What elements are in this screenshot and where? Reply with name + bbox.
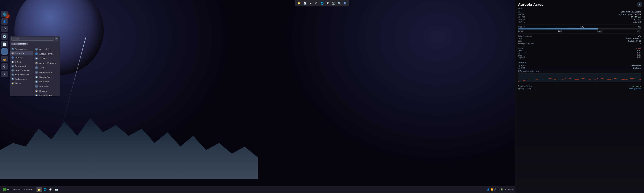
root-fs-row: Root FS 1.20 GHz bbox=[518, 21, 641, 23]
graphics-icon: 🎨 bbox=[12, 52, 14, 54]
swap-percent: 13% bbox=[638, 30, 641, 32]
sidebar-folder-icon[interactable] bbox=[1, 48, 8, 55]
category-administration-label: Administration bbox=[15, 74, 30, 76]
taskbar-app-2[interactable]: 🌐 bbox=[42, 187, 48, 192]
load-value: 0,36,0,30,0,15 bbox=[628, 40, 641, 42]
dock-settings-icon[interactable]: ⚙ bbox=[314, 1, 319, 6]
start-button[interactable]: 🌿 Linux Mint 18.1 Cinnamon bbox=[2, 188, 34, 192]
dock-s-icon[interactable]: Ⓢ bbox=[342, 1, 348, 6]
app-accessibility-label: Accessibility bbox=[39, 48, 52, 50]
dock-folder-icon[interactable]: 📁 bbox=[296, 1, 302, 6]
category-graphics[interactable]: 🎨 Graphics bbox=[10, 51, 33, 55]
sidebar-shield-icon[interactable]: 🛡 bbox=[1, 26, 8, 32]
sidebar-lock-icon[interactable]: 🔒 bbox=[1, 56, 8, 62]
category-preferences[interactable]: 🔩 Preferences bbox=[10, 77, 33, 81]
category-sound-video[interactable]: 🔊 Sound & Video bbox=[10, 68, 33, 73]
memory-row: Memory 3496 MSI bbox=[518, 26, 641, 28]
divider-1 bbox=[518, 24, 641, 24]
taskbar-app-4[interactable]: 📧 bbox=[54, 187, 59, 192]
app-bluetooth[interactable]: 📡 Bluetooth bbox=[33, 79, 60, 84]
dock-refresh-icon[interactable]: 🔄 bbox=[302, 1, 307, 6]
accessories-icon: 🔧 bbox=[12, 48, 14, 50]
category-office-label: Office bbox=[15, 61, 21, 63]
search-button[interactable]: 🔍 bbox=[55, 37, 58, 40]
cpu-model-value: Intel(i) Core(TM) i bbox=[626, 37, 641, 39]
app-menu-apps-list: ♿ Accessibility 👤 Account details 🔲 Appl… bbox=[33, 46, 60, 96]
category-graphics-label: Graphics bbox=[15, 52, 24, 54]
dropbox-label: Dropbox Status : bbox=[518, 85, 533, 87]
app-accessibility[interactable]: ♿ Accessibility bbox=[33, 47, 60, 51]
taskbar-apps: 📁 🌐 💬 📧 bbox=[36, 187, 60, 192]
panel-settings-button[interactable]: ⚙ bbox=[637, 2, 642, 7]
category-preferences-label: Preferences bbox=[15, 78, 27, 80]
ethernet-down-label: Up 0.01 bbox=[518, 67, 525, 69]
backup-tool-app-icon: 💾 bbox=[35, 76, 38, 78]
load-label: Load bbox=[518, 40, 522, 42]
divider-5 bbox=[518, 84, 641, 84]
taskbar-right: 👤 📶 🔊 🛡 🔋 🖥 16:59 bbox=[485, 188, 515, 191]
total-processes-label: Total Processes bbox=[518, 35, 532, 37]
memory-label: Memory bbox=[518, 26, 526, 28]
dock-globe-icon[interactable]: 🌐 bbox=[320, 1, 324, 6]
category-internet[interactable]: 🌐 Internet bbox=[10, 55, 33, 60]
app-brackets[interactable]: { } Brackets bbox=[33, 84, 60, 89]
category-programming-label: Programming bbox=[15, 65, 28, 67]
cpu-temp-row: CPU Temp +33.9°C bbox=[518, 18, 641, 20]
taskbar-icon-users: 👤 bbox=[487, 188, 490, 191]
app-backgrounds[interactable]: 🖼 Backgrounds bbox=[33, 70, 60, 75]
os-label: OS bbox=[518, 11, 520, 13]
tab-all-applications[interactable]: All Applications bbox=[11, 42, 28, 45]
app-menu-body: 🔧 Accessories 🎨 Graphics 🌐 Internet 📋 Of… bbox=[10, 46, 60, 96]
sidebar-document-icon[interactable]: 📄 bbox=[1, 41, 8, 47]
dropbox-row: Dropbox Status : Up to date bbox=[518, 85, 641, 87]
app-bulk-rename[interactable]: 📝 Bulk Rename bbox=[33, 93, 60, 96]
process-row-4: Nvidist 0.1 0.0% bbox=[518, 56, 641, 58]
app-archive-manager[interactable]: 📦 Archive Manager bbox=[33, 61, 60, 65]
app-menu-tabs: All Applications bbox=[10, 42, 60, 46]
brackets-app-icon: { } bbox=[35, 85, 38, 88]
ethernet-up-label: Up 3,794 bbox=[518, 65, 526, 67]
cpu-temp-value: +33.9°C bbox=[634, 18, 641, 20]
app-account-details[interactable]: 👤 Account details bbox=[33, 51, 60, 56]
taskbar-icon-sound: 🔊 bbox=[494, 188, 496, 191]
dock-search-icon[interactable]: 🔍 bbox=[337, 1, 342, 6]
sidebar-clock-icon[interactable]: ⏱ bbox=[1, 63, 8, 70]
total-processes-row: Total Processes 241 bbox=[518, 35, 641, 37]
category-programming[interactable]: 💻 Programming bbox=[10, 64, 33, 68]
app-backup-tool[interactable]: 💾 Backup Tool bbox=[33, 75, 60, 79]
sound-video-icon: 🔊 bbox=[12, 69, 14, 72]
sidebar-person-icon[interactable]: 👤 bbox=[1, 18, 8, 25]
taskbar-app-files[interactable]: 📁 bbox=[36, 187, 42, 192]
category-administration[interactable]: ⚙ Administration bbox=[10, 73, 33, 77]
brasero-app-icon: 🔥 bbox=[35, 90, 38, 92]
administration-icon: ⚙ bbox=[12, 73, 14, 76]
sidebar-disc-icon[interactable]: 💿 bbox=[1, 33, 8, 40]
app-archive-manager-label: Archive Manager bbox=[39, 62, 56, 64]
app-brasero-label: Brasero bbox=[39, 90, 47, 92]
category-accessories-label: Accessories bbox=[15, 48, 26, 50]
account-details-app-icon: 👤 bbox=[35, 52, 38, 55]
taskbar-app-3[interactable]: 💬 bbox=[48, 187, 53, 192]
taskbar-clock: 16:59 bbox=[508, 188, 514, 191]
system-panel: ⚙ Aureola Acros v1.1 OS Linux Mint 18.1 … bbox=[515, 0, 644, 193]
app-applets[interactable]: 🔲 Applets bbox=[33, 56, 60, 61]
search-input[interactable] bbox=[12, 37, 54, 40]
sidebar-globe-icon[interactable]: 🌐 bbox=[1, 11, 8, 17]
category-office[interactable]: 📋 Office bbox=[10, 60, 33, 64]
ethernet-section-title: Ethernet bbox=[518, 61, 641, 64]
os-row: OS Linux Mint 18.1 Serena bbox=[518, 11, 641, 13]
app-atom[interactable]: ⚛ Atom bbox=[33, 65, 60, 70]
dock-heart-icon[interactable]: ♥ bbox=[325, 1, 330, 6]
space-scene-right bbox=[258, 0, 515, 186]
dock-forward-icon[interactable]: ➡ bbox=[308, 1, 313, 6]
app-brasero[interactable]: 🔥 Brasero bbox=[33, 89, 60, 93]
kernel-label: Kernel bbox=[518, 13, 524, 15]
panel-title: Aureola Acros bbox=[518, 3, 641, 6]
sidebar-info-icon[interactable]: ℹ bbox=[1, 71, 8, 77]
category-places[interactable]: 📁 Places bbox=[10, 81, 33, 85]
dock-camera-icon[interactable]: 📷 bbox=[331, 1, 336, 6]
taskbar: 🌿 Linux Mint 18.1 Cinnamon 📁 🌐 💬 📧 👤 📶 🔊… bbox=[0, 186, 515, 193]
app-brackets-label: Brackets bbox=[39, 85, 48, 88]
total-processes-value: 241 bbox=[638, 35, 641, 37]
category-accessories[interactable]: 🔧 Accessories bbox=[10, 47, 33, 51]
